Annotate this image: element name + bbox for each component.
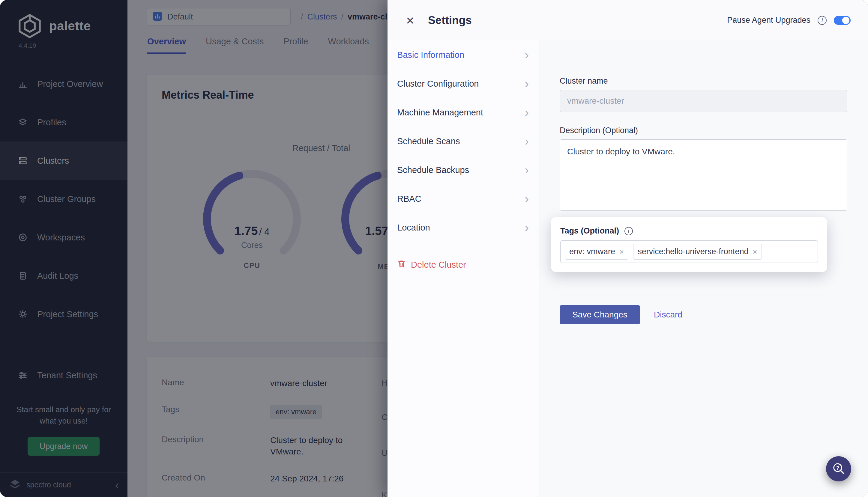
settings-nav-label: Basic Information xyxy=(397,50,464,60)
chevron-right-icon: › xyxy=(525,193,529,205)
settings-nav-schedule-backups[interactable]: Schedule Backups › xyxy=(388,156,540,184)
tag-chip-text: env: vmware xyxy=(569,247,615,256)
form-divider xyxy=(560,294,847,294)
tags-input[interactable]: env: vmware × service:hello-universe-fro… xyxy=(560,240,818,263)
tag-chip-text: service:hello-universe-frontend xyxy=(638,247,748,256)
settings-header: × Settings Pause Agent Upgrades i xyxy=(388,0,868,41)
chip-remove-icon[interactable]: × xyxy=(619,248,624,256)
tags-label: Tags (Optional) xyxy=(560,226,619,236)
chevron-right-icon: › xyxy=(525,164,529,176)
settings-nav-location[interactable]: Location › xyxy=(388,213,540,242)
trash-icon xyxy=(397,259,406,270)
chevron-right-icon: › xyxy=(525,135,529,147)
pause-agent-upgrades-toggle[interactable] xyxy=(834,16,851,25)
svg-text:?: ? xyxy=(836,465,839,471)
chevron-right-icon: › xyxy=(525,222,529,233)
chevron-right-icon: › xyxy=(525,77,529,90)
settings-nav: Basic Information › Cluster Configuratio… xyxy=(388,41,540,497)
settings-nav-label: Cluster Configuration xyxy=(397,79,479,89)
help-search-fab[interactable]: ? xyxy=(826,456,851,481)
settings-nav-cluster-configuration[interactable]: Cluster Configuration › xyxy=(388,69,540,98)
discard-button[interactable]: Discard xyxy=(654,310,682,320)
form-actions: Save Changes Discard xyxy=(560,305,847,324)
settings-nav-schedule-scans[interactable]: Schedule Scans › xyxy=(388,127,540,156)
settings-nav-rbac[interactable]: RBAC › xyxy=(388,184,540,213)
chevron-right-icon: › xyxy=(525,106,529,118)
cluster-name-label: Cluster name xyxy=(560,76,847,86)
settings-nav-basic-information[interactable]: Basic Information › xyxy=(388,41,540,69)
settings-nav-label: Machine Management xyxy=(397,108,483,117)
tags-label-row: Tags (Optional) i xyxy=(560,226,818,236)
settings-nav-label: Schedule Scans xyxy=(397,137,460,146)
tag-chip: service:hello-universe-frontend × xyxy=(633,244,761,259)
tag-chip: env: vmware × xyxy=(565,244,628,259)
settings-body: Basic Information › Cluster Configuratio… xyxy=(388,41,868,497)
description-textarea[interactable]: Cluster to deploy to VMware. xyxy=(560,139,847,211)
save-changes-button[interactable]: Save Changes xyxy=(560,305,640,324)
toggle-knob xyxy=(842,17,850,24)
app-window: palette 4.4.19 Project Overview Profiles xyxy=(0,0,868,497)
basic-information-form: Cluster name Description (Optional) Clus… xyxy=(540,41,868,497)
settings-title: Settings xyxy=(428,14,472,27)
settings-nav-label: Location xyxy=(397,223,430,232)
delete-cluster-label: Delete Cluster xyxy=(411,260,466,270)
settings-nav-label: RBAC xyxy=(397,194,421,204)
search-question-icon: ? xyxy=(832,462,845,476)
info-icon[interactable]: i xyxy=(817,16,827,25)
info-icon[interactable]: i xyxy=(625,227,633,235)
delete-cluster-button[interactable]: Delete Cluster xyxy=(388,259,540,270)
cluster-name-input xyxy=(560,90,847,112)
close-icon[interactable]: × xyxy=(403,12,417,28)
pause-agent-upgrades-control: Pause Agent Upgrades i xyxy=(727,16,851,25)
pause-agent-upgrades-label: Pause Agent Upgrades xyxy=(727,16,810,25)
chip-remove-icon[interactable]: × xyxy=(753,248,757,256)
chevron-right-icon: › xyxy=(525,49,529,61)
settings-nav-label: Schedule Backups xyxy=(397,165,469,175)
settings-panel: × Settings Pause Agent Upgrades i Basic … xyxy=(388,0,868,497)
tags-highlight-card: Tags (Optional) i env: vmware × service:… xyxy=(551,217,827,272)
settings-nav-machine-management[interactable]: Machine Management › xyxy=(388,98,540,127)
description-label: Description (Optional) xyxy=(560,126,847,135)
